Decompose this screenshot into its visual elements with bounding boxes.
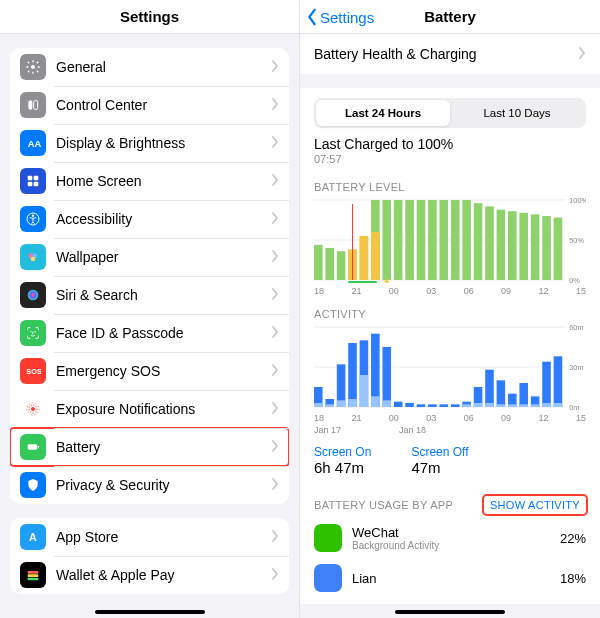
svg-rect-1 — [28, 100, 32, 109]
svg-text:0%: 0% — [569, 277, 580, 283]
svg-rect-56 — [371, 232, 380, 280]
svg-point-9 — [32, 214, 34, 216]
segment-10d[interactable]: Last 10 Days — [450, 100, 584, 126]
svg-point-17 — [31, 407, 35, 411]
row-label: Display & Brightness — [56, 135, 271, 151]
svg-rect-39 — [394, 200, 403, 280]
svg-text:60m: 60m — [569, 324, 583, 332]
svg-point-13 — [28, 290, 39, 301]
settings-row-battery[interactable]: Battery — [10, 428, 289, 466]
row-label: Siri & Search — [56, 287, 271, 303]
level-xaxis: 1821000306091215 — [314, 286, 586, 296]
battery-level-chart[interactable]: 0%50%100%⚡ — [314, 197, 586, 283]
svg-rect-72 — [382, 347, 391, 407]
sos-icon: SOS — [20, 358, 46, 384]
chevron-right-icon — [271, 286, 279, 304]
chevron-right-icon — [578, 46, 586, 62]
app-sub: Background Activity — [352, 540, 560, 551]
svg-rect-91 — [348, 399, 357, 407]
app-row[interactable]: WeChat Background Activity 22% — [300, 518, 600, 558]
svg-rect-89 — [325, 404, 334, 407]
svg-rect-20 — [28, 444, 37, 449]
svg-rect-32 — [314, 245, 323, 280]
svg-rect-74 — [405, 403, 414, 407]
svg-rect-98 — [497, 404, 506, 407]
control-icon — [20, 92, 46, 118]
svg-rect-4 — [28, 176, 33, 181]
home-indicator[interactable] — [395, 610, 505, 614]
svg-rect-53 — [554, 218, 563, 280]
app-icon — [314, 564, 342, 592]
settings-row-general[interactable]: General — [10, 48, 289, 86]
time-range-segment: Last 24 Hours Last 10 Days — [314, 98, 586, 128]
svg-rect-58 — [348, 281, 377, 283]
svg-rect-100 — [519, 404, 528, 407]
svg-rect-34 — [337, 251, 346, 280]
settings-row-siri[interactable]: Siri & Search — [10, 276, 289, 314]
activity-head: ACTIVITY — [314, 308, 366, 320]
row-label: Wallpaper — [56, 249, 271, 265]
settings-list[interactable]: General Control Center AA Display & Brig… — [0, 34, 299, 618]
settings-row-appstore[interactable]: A App Store — [10, 518, 289, 556]
app-row[interactable]: Lian 18% — [300, 558, 600, 598]
chevron-right-icon — [271, 438, 279, 456]
back-button[interactable]: Settings — [306, 0, 374, 34]
svg-rect-81 — [485, 370, 494, 407]
home-indicator[interactable] — [95, 610, 205, 614]
row-label: Face ID & Passcode — [56, 325, 271, 341]
battery-icon — [20, 434, 46, 460]
show-activity-button[interactable]: SHOW ACTIVITY — [484, 496, 586, 514]
chevron-right-icon — [271, 528, 279, 546]
row-label: Wallet & Apple Pay — [56, 567, 271, 583]
chevron-right-icon — [271, 58, 279, 76]
chevron-right-icon — [271, 96, 279, 114]
svg-rect-87 — [554, 356, 563, 407]
battery-scroll[interactable]: Battery Health & Charging Last 24 Hours … — [300, 34, 600, 618]
back-label: Settings — [320, 9, 374, 26]
chevron-right-icon — [271, 400, 279, 418]
svg-rect-25 — [28, 578, 39, 581]
screen-on-value: 6h 47m — [314, 459, 371, 476]
faceid-icon — [20, 320, 46, 346]
usage-card: Last 24 Hours Last 10 Days Last Charged … — [300, 88, 600, 604]
svg-text:⚡: ⚡ — [382, 277, 391, 283]
svg-rect-103 — [554, 403, 563, 407]
settings-row-faceid[interactable]: Face ID & Passcode — [10, 314, 289, 352]
activity-xaxis: 1821000306091215 — [314, 413, 586, 423]
app-name: WeChat — [352, 525, 560, 540]
settings-row-privacy[interactable]: Privacy & Security — [10, 466, 289, 504]
settings-row-expo[interactable]: Exposure Notifications — [10, 390, 289, 428]
segment-24h[interactable]: Last 24 Hours — [316, 100, 450, 126]
svg-rect-77 — [440, 404, 449, 407]
svg-rect-52 — [542, 216, 551, 280]
settings-row-control[interactable]: Control Center — [10, 86, 289, 124]
chevron-right-icon — [271, 362, 279, 380]
svg-rect-21 — [38, 446, 39, 449]
svg-rect-48 — [497, 210, 506, 280]
settings-row-sos[interactable]: SOS Emergency SOS — [10, 352, 289, 390]
svg-point-12 — [31, 257, 36, 262]
row-label: Accessibility — [56, 211, 271, 227]
settings-row-home[interactable]: Home Screen — [10, 162, 289, 200]
chevron-right-icon — [271, 324, 279, 342]
svg-rect-44 — [451, 200, 460, 280]
svg-text:A: A — [29, 531, 37, 543]
settings-row-access[interactable]: Accessibility — [10, 200, 289, 238]
settings-row-wallet[interactable]: Wallet & Apple Pay — [10, 556, 289, 594]
settings-row-wall[interactable]: Wallpaper — [10, 238, 289, 276]
screen-off-value: 47m — [411, 459, 468, 476]
chevron-right-icon — [271, 172, 279, 190]
svg-rect-71 — [371, 334, 380, 407]
general-icon — [20, 54, 46, 80]
settings-title: Settings — [120, 8, 179, 25]
chevron-right-icon — [271, 210, 279, 228]
appstore-icon: A — [20, 524, 46, 550]
settings-row-display[interactable]: AA Display & Brightness — [10, 124, 289, 162]
svg-rect-102 — [542, 403, 551, 407]
battery-title: Battery — [424, 8, 476, 25]
chevron-right-icon — [271, 134, 279, 152]
health-cell[interactable]: Battery Health & Charging — [300, 34, 600, 74]
screen-metrics: Screen On 6h 47m Screen Off 47m — [300, 435, 600, 484]
svg-rect-55 — [360, 236, 369, 280]
activity-chart[interactable]: 0m30m60m — [314, 324, 586, 410]
